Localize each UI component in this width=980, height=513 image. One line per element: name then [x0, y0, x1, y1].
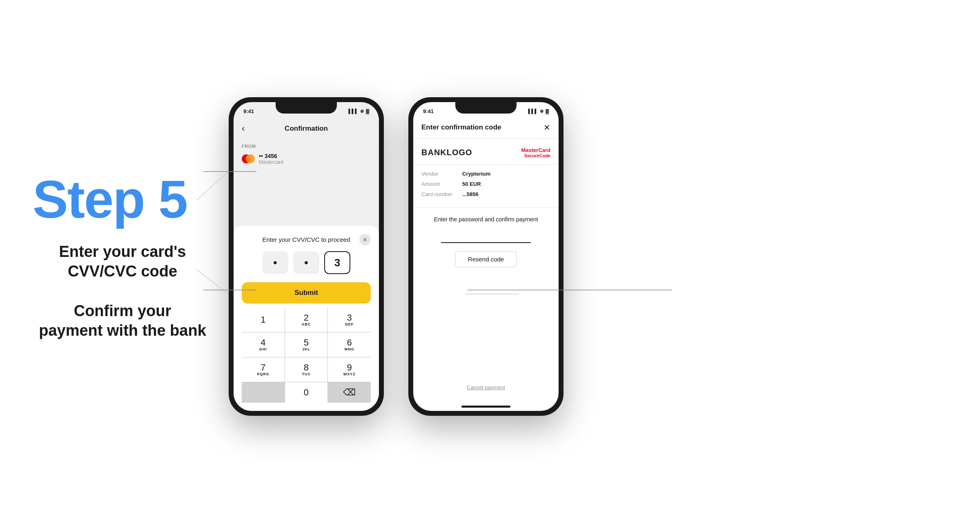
- num-sub: JKL: [302, 348, 310, 351]
- vendor-value: Crypterium: [462, 171, 490, 177]
- num-main: 6: [347, 338, 352, 347]
- card-number: •• 3456: [259, 153, 283, 159]
- num-key-6[interactable]: 6 MNO: [328, 332, 371, 357]
- phone1: 9:41 ▌▌▌ ⊛ ▓ ‹ Confirmation FROM: [229, 97, 384, 416]
- phone2-notch: [455, 102, 517, 114]
- mastercard-badge: MasterCard SecureCode: [521, 147, 550, 158]
- phone1-time: 9:41: [243, 108, 254, 114]
- cvv-digit-1[interactable]: •: [262, 251, 288, 274]
- card-number-label: Card number: [421, 191, 462, 197]
- num-key-delete[interactable]: ⌫: [328, 382, 371, 403]
- num-sub: WXYZ: [343, 372, 356, 376]
- phone1-screen: 9:41 ▌▌▌ ⊛ ▓ ‹ Confirmation FROM: [234, 102, 379, 411]
- num-sub: DEF: [345, 323, 354, 326]
- amount-row: Amount 50 EUR: [421, 181, 550, 187]
- num-main: 9: [347, 363, 352, 372]
- cvv-modal-title: Enter your CVV/CVC to proceed: [242, 236, 371, 243]
- bank-header: Enter confirmation code ✕: [413, 118, 559, 139]
- num-key-1[interactable]: 1: [242, 308, 285, 332]
- submit-button[interactable]: Submit: [242, 282, 371, 303]
- delete-icon: ⌫: [343, 388, 356, 397]
- confirm-instruction: Confirm your payment with the bank: [33, 301, 212, 340]
- cvv-modal: ✕ Enter your CVV/CVC to proceed • • 3 Su…: [234, 226, 379, 411]
- bank-header-title: Enter confirmation code: [421, 123, 501, 132]
- vendor-label: Vendor: [421, 171, 462, 177]
- battery-icon: ▓: [546, 109, 549, 114]
- phone2-time: 9:41: [423, 108, 434, 114]
- password-instruction: Enter the password and confirm payment: [421, 216, 550, 223]
- phone2-home-indicator: [461, 406, 510, 408]
- num-main: 7: [261, 363, 265, 372]
- num-main: 1: [261, 315, 265, 324]
- num-key-5[interactable]: 5 JKL: [285, 332, 328, 357]
- num-main: 4: [261, 338, 265, 347]
- num-main: 5: [304, 338, 309, 347]
- resend-code-button[interactable]: Resend code: [455, 251, 517, 267]
- num-main: 3: [347, 313, 352, 322]
- num-key-7[interactable]: 7 PQRS: [242, 357, 285, 382]
- bank-details: Vendor Crypterium Amount 50 EUR Card num…: [413, 165, 559, 208]
- mc-secure-sub: SecureCode: [521, 153, 550, 158]
- phone1-status-icons: ▌▌▌ ⊛ ▓: [349, 109, 369, 114]
- num-main: 2: [304, 313, 309, 322]
- num-key-empty: [242, 382, 285, 403]
- battery-icon: ▓: [366, 109, 369, 114]
- vendor-row: Vendor Crypterium: [421, 171, 550, 177]
- num-key-8[interactable]: 8 TUV: [285, 357, 328, 382]
- numpad: 1 2 ABC 3 DEF 4 GHI: [242, 308, 371, 403]
- phones-section: 9:41 ▌▌▌ ⊛ ▓ ‹ Confirmation FROM: [229, 97, 564, 416]
- num-key-3[interactable]: 3 DEF: [328, 308, 371, 332]
- cvv-digit-3[interactable]: 3: [324, 251, 350, 274]
- num-key-4[interactable]: 4 GHI: [242, 332, 285, 357]
- amount-label: Amount: [421, 181, 462, 187]
- card-number-value: ...5856: [462, 191, 479, 197]
- left-section: Step 5 Enter your card's CVV/CVC code Co…: [0, 173, 212, 340]
- phone2-status-icons: ▌▌▌ ⊛ ▓: [528, 109, 549, 114]
- num-sub: GHI: [259, 348, 267, 351]
- num-key-0[interactable]: 0: [285, 382, 328, 403]
- num-key-9[interactable]: 9 WXYZ: [328, 357, 371, 382]
- modal-close-button[interactable]: ✕: [359, 234, 371, 245]
- num-main: 8: [304, 363, 309, 372]
- back-arrow-icon[interactable]: ‹: [242, 123, 245, 134]
- num-key-2[interactable]: 2 ABC: [285, 308, 328, 332]
- wifi-icon: ⊛: [540, 109, 543, 114]
- cvv-inputs: • • 3: [242, 251, 371, 274]
- num-main: 0: [304, 388, 309, 397]
- num-sub: ABC: [302, 323, 311, 326]
- num-sub: MNO: [345, 348, 354, 351]
- step-title: Step 5: [33, 173, 212, 226]
- card-info: •• 3456 Mastercard: [259, 153, 283, 165]
- signal-icon: ▌▌▌: [349, 109, 358, 114]
- password-input[interactable]: [441, 231, 531, 243]
- num-sub: PQRS: [257, 372, 270, 376]
- mc-secure-title: MasterCard: [521, 147, 550, 153]
- amount-value: 50 EUR: [462, 181, 481, 187]
- num-sub: TUV: [302, 372, 310, 376]
- bank-logo-row: BANKLOGO MasterCard SecureCode: [413, 139, 559, 165]
- phone1-header: ‹ Confirmation: [234, 118, 379, 139]
- signal-icon: ▌▌▌: [528, 109, 538, 114]
- bank-password-section: Enter the password and confirm payment R…: [413, 208, 559, 275]
- cvv-digit-2[interactable]: •: [293, 251, 319, 274]
- cancel-payment-link[interactable]: Cancel payment: [413, 384, 559, 390]
- card-row: •• 3456 Mastercard: [242, 149, 371, 169]
- from-section: FROM •• 3456 Mastercard: [234, 139, 379, 172]
- from-label: FROM: [242, 144, 371, 149]
- bank-logo: BANKLOGO: [421, 148, 472, 157]
- phone1-notch: [276, 102, 337, 114]
- mastercard-icon: [242, 154, 255, 163]
- card-type: Mastercard: [259, 159, 283, 165]
- phone1-title: Confirmation: [285, 125, 328, 133]
- wifi-icon: ⊛: [360, 109, 364, 114]
- instruction-block: Enter your card's CVV/CVC code Confirm y…: [33, 242, 212, 340]
- bank-close-button[interactable]: ✕: [543, 123, 550, 132]
- card-number-row: Card number ...5856: [421, 191, 550, 197]
- phone2-screen: 9:41 ▌▌▌ ⊛ ▓ Enter confirmation code ✕ B…: [413, 102, 559, 411]
- cvv-instruction: Enter your card's CVV/CVC code: [33, 242, 212, 281]
- phone2: 9:41 ▌▌▌ ⊛ ▓ Enter confirmation code ✕ B…: [408, 97, 564, 416]
